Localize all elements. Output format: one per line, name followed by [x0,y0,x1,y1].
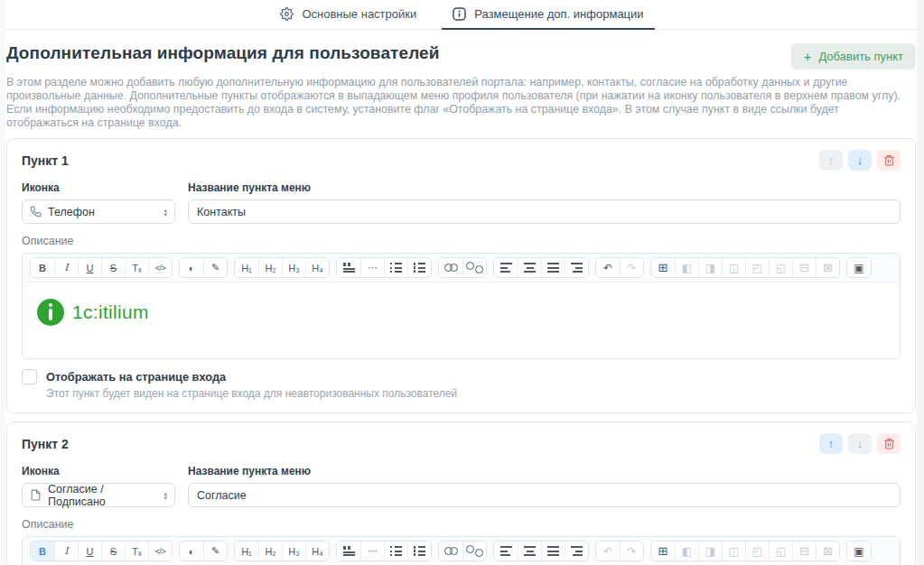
toolbar-row-insert-above-button[interactable] [745,258,769,277]
toolbar-col-insert-right-button[interactable] [698,258,722,277]
toolbar-col-insert-left-button[interactable] [675,542,698,560]
toolbar-align-center-button[interactable] [518,258,541,277]
toolbar-unlink-button[interactable] [462,258,486,277]
toolbar-col-insert-left-button[interactable] [675,258,698,277]
toolbar-highlight-button[interactable] [203,258,227,277]
toolbar-align-left-button[interactable] [494,542,518,560]
toolbar-align-right-button[interactable] [565,542,588,560]
toolbar-unlink-button[interactable] [462,542,486,560]
toolbar-row-delete-button[interactable] [792,542,816,560]
show-on-login-label: Отображать на странице входа [46,370,226,384]
toolbar-align-center-button[interactable] [518,542,541,560]
toolbar-blockquote-button[interactable] [337,542,360,560]
toolbar-table-button[interactable] [651,258,675,277]
add-item-button[interactable]: + Добавить пункт [791,43,916,69]
icon-select[interactable]: Согласие / Подписано ▴▾ [22,483,175,507]
toolbar-undo-button[interactable] [596,542,620,560]
show-on-login-checkbox[interactable] [22,369,37,384]
toolbar-image-button[interactable] [847,258,871,277]
toolbar-blockquote-button[interactable] [337,258,360,277]
rich-text-editor: Перечень персональных данных, на обработ… [22,536,901,565]
move-up-button[interactable]: ↑ [819,150,843,171]
toolbar-row-insert-above-button[interactable] [745,542,769,560]
tab-additional-info[interactable]: Размещение доп. информации [442,1,654,30]
toolbar-h1-button[interactable] [235,258,258,277]
toolbar-align-justify-button[interactable] [541,258,565,277]
toolbar-code-button[interactable] [148,258,172,277]
toolbar-clear-format-button[interactable] [125,542,148,560]
page-description: В этом разделе можно добавить любую допо… [6,76,914,130]
toolbar-ordered-list-button[interactable] [407,258,431,277]
itilium-logo-icon [37,299,64,326]
arrow-down-icon: ↓ [857,153,863,167]
editor-content[interactable]: 1c:itilium [23,282,900,358]
scrollbar-track[interactable] [917,0,924,565]
name-field-label: Название пункта меню [188,465,901,477]
toolbar-undo-button[interactable] [596,258,620,277]
toolbar-h2-button[interactable] [258,542,282,560]
chevron-up-down-icon: ▴▾ [163,491,167,500]
tab-label: Основные настройки [302,7,416,21]
toolbar-h3-button[interactable] [282,542,305,560]
delete-item-button[interactable] [877,150,901,171]
toolbar-bold-button[interactable] [31,542,54,560]
item-panel-2: Пункт 2 ↑ ↓ Иконка Согласие / Подписано … [6,421,916,565]
toolbar-table-delete-button[interactable] [816,258,839,277]
editor-toolbar [23,254,900,282]
menu-item-name-input[interactable] [188,199,901,224]
toolbar-col-delete-button[interactable] [722,258,745,277]
move-up-button[interactable]: ↑ [819,433,843,454]
icon-select[interactable]: Телефон ▴▾ [22,199,175,224]
toolbar-link-button[interactable] [439,258,462,277]
move-down-button[interactable]: ↓ [848,150,872,171]
toolbar-h2-button[interactable] [258,258,282,277]
toolbar-hr-button[interactable] [360,258,384,277]
toolbar-strike-button[interactable] [101,542,125,560]
toolbar-h3-button[interactable] [282,258,305,277]
toolbar-italic-button[interactable] [54,258,78,277]
toolbar-redo-button[interactable] [620,542,643,560]
menu-item-name-input[interactable] [188,483,901,507]
toolbar-bold-button[interactable] [31,258,54,277]
toolbar-row-insert-below-button[interactable] [769,258,792,277]
toolbar-align-left-button[interactable] [494,258,518,277]
toolbar-row-insert-below-button[interactable] [769,542,792,560]
toolbar-col-insert-right-button[interactable] [698,542,722,560]
toolbar-align-right-button[interactable] [565,258,588,277]
tab-main-settings[interactable]: Основные настройки [269,1,427,30]
delete-item-button[interactable] [877,433,901,454]
toolbar-hr-button[interactable] [360,542,384,560]
toolbar-text-color-button[interactable] [180,542,203,560]
toolbar-code-button[interactable] [148,542,172,560]
toolbar-highlight-button[interactable] [203,542,227,560]
toolbar-bullet-list-button[interactable] [384,258,407,277]
toolbar-bullet-list-button[interactable] [384,542,407,560]
page-left-gutter [0,0,5,565]
toolbar-table-delete-button[interactable] [816,542,839,560]
toolbar-row-delete-button[interactable] [792,258,816,277]
toolbar-h1-button[interactable] [235,542,258,560]
toolbar-text-color-button[interactable] [180,258,203,277]
toolbar-align-justify-button[interactable] [541,542,565,560]
toolbar-strike-button[interactable] [101,258,125,277]
page-content: Дополнительная информация для пользовате… [0,30,924,565]
toolbar-ordered-list-button[interactable] [407,542,431,560]
toolbar-table-button[interactable] [651,542,675,560]
toolbar-clear-format-button[interactable] [125,258,148,277]
tab-label: Размещение доп. информации [474,7,643,21]
description-label: Описание [22,235,901,247]
toolbar-image-button[interactable] [847,542,871,560]
toolbar-underline-button[interactable] [78,542,101,560]
toolbar-redo-button[interactable] [620,258,643,277]
name-field-label: Название пункта меню [188,181,901,194]
toolbar-h4-button[interactable] [305,258,329,277]
page-title: Дополнительная информация для пользовате… [6,43,440,63]
toolbar-italic-button[interactable] [54,542,78,560]
toolbar-h4-button[interactable] [305,542,329,560]
toolbar-underline-button[interactable] [78,258,101,277]
move-down-button[interactable]: ↓ [848,433,872,454]
toolbar-col-delete-button[interactable] [722,542,745,560]
toolbar-link-button[interactable] [439,542,462,560]
arrow-up-icon: ↑ [828,437,835,450]
trash-icon [883,438,895,449]
